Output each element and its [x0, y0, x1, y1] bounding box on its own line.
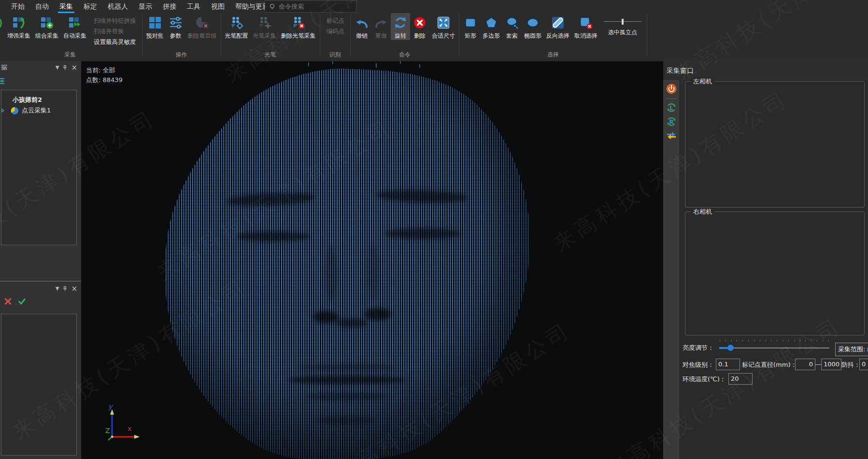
delete-button[interactable]: 删除 — [410, 13, 429, 40]
auto-capture-button[interactable]: 自动采集 — [61, 13, 89, 40]
tree-project-node[interactable]: 小孩摁前2 — [1, 95, 76, 105]
coded-point-link[interactable]: 编码点 — [327, 28, 345, 35]
tab-robot[interactable]: 机器人 — [102, 0, 133, 13]
pointcloud-pie-icon — [11, 107, 19, 115]
polygon-select-icon — [484, 15, 498, 30]
ribbon-separator — [221, 14, 221, 56]
marker-diameter-min-input[interactable]: 0 — [795, 359, 815, 370]
left-camera-button[interactable]: L — [666, 102, 677, 113]
max-sensitivity-link[interactable]: 设置最高灵敏度 — [94, 38, 136, 46]
capture-tool-strip: L R — [663, 80, 679, 459]
delete-pen-capture-button[interactable]: 删除光笔采集 — [279, 13, 318, 40]
tree-pointcloud-item[interactable]: 点云采集1 — [1, 105, 76, 116]
search-icon — [269, 3, 275, 10]
redo-button[interactable]: 重做 — [371, 13, 391, 40]
parameters-button[interactable]: 参数 — [166, 13, 185, 40]
stabilization-input[interactable]: 0 — [859, 359, 868, 370]
button-label: 矩形 — [465, 32, 476, 40]
application-window: 开始 自动 采集 标定 机器人 显示 拼接 工具 视图 帮助与更新 命令搜索 — [0, 0, 868, 459]
combo-capture-button[interactable]: 组合采集 — [33, 13, 61, 40]
tab-start[interactable]: 开始 — [6, 0, 30, 13]
button-label: 参数 — [170, 32, 182, 40]
confirm-toolbar — [4, 297, 26, 306]
brightness-label: 亮度调节： — [683, 344, 714, 352]
ribbon-toolbar: 增强采集 组合采集 自动采集 扫描并特征拼接 扫描并替换 设置最高灵敏度 — [0, 13, 868, 62]
tab-capture[interactable]: 采集 — [54, 0, 78, 13]
invert-selection-button[interactable]: 反向选择 — [544, 13, 572, 40]
pen-capture-button[interactable]: 光笔采集 — [251, 13, 279, 40]
right-camera-button[interactable]: R — [666, 116, 677, 127]
panel-pin-icon[interactable] — [62, 286, 68, 292]
focus-level-input[interactable]: 0.1 — [716, 359, 740, 370]
brightness-slider-handle[interactable] — [727, 345, 734, 351]
lasso-select-icon — [505, 15, 519, 30]
isolated-points-slider[interactable] — [604, 19, 641, 25]
lasso-select-button[interactable]: 套索 — [502, 13, 522, 40]
ellipse-select-button[interactable]: 椭圆形 — [522, 13, 544, 40]
axis-x-label: x — [128, 425, 131, 432]
ribbon-group-operation: 预对焦 参数 删除最后组 操作 — [144, 13, 219, 61]
panel-close-icon[interactable]: × — [71, 285, 77, 292]
enhanced-capture-button[interactable]: 增强采集 — [5, 13, 33, 40]
scan-feature-stitch-link[interactable]: 扫描并特征拼接 — [94, 17, 136, 25]
data-panel-title: 据 — [1, 63, 7, 72]
rotate-icon — [393, 15, 408, 30]
button-label: 光笔采集 — [253, 32, 276, 40]
viewport-3d[interactable]: 当前: 全部 点数: 88439 — [81, 61, 663, 459]
ribbon-group-capture: 增强采集 组合采集 自动采集 扫描并特征拼接 扫描并替换 设置最高灵敏度 — [0, 13, 141, 61]
panel-pin-icon[interactable] — [62, 65, 68, 70]
marker-diameter-label: 标记点直径(mm)： — [742, 361, 797, 369]
power-button[interactable] — [666, 83, 677, 94]
group-label-capture: 采集 — [0, 50, 141, 60]
tab-auto[interactable]: 自动 — [30, 0, 54, 13]
fit-view-button[interactable]: 合适尺寸 — [429, 13, 457, 40]
panel-dropdown-icon[interactable]: ▼ — [56, 64, 59, 71]
tab-tools[interactable]: 工具 — [182, 0, 206, 13]
scan-replace-link[interactable]: 扫描并替换 — [94, 28, 136, 35]
deselect-button[interactable]: 取消选择 — [572, 13, 600, 40]
accept-button[interactable] — [18, 297, 26, 306]
capture-range-button[interactable]: 采集范围: — [835, 343, 868, 356]
brightness-slider-track[interactable] — [719, 348, 829, 348]
delete-last-group-button[interactable]: 删除最后组 — [185, 13, 219, 40]
ribbon-group-selection: 矩形 多边形 套索 椭圆形 — [461, 13, 645, 61]
svg-text:L: L — [669, 105, 673, 111]
point-count-status: 点数: 88439 — [86, 75, 123, 85]
panel-dropdown-icon[interactable]: ▼ — [56, 285, 59, 292]
polygon-select-button[interactable]: 多边形 — [480, 13, 502, 40]
button-label: 删除光笔采集 — [281, 32, 316, 40]
menu-bar: 开始 自动 采集 标定 机器人 显示 拼接 工具 视图 帮助与更新 命令搜索 — [0, 0, 868, 13]
prefocus-icon — [148, 15, 162, 30]
tab-calibration[interactable]: 标定 — [78, 0, 102, 13]
tab-stitching[interactable]: 拼接 — [157, 0, 182, 13]
button-label: 删除最后组 — [188, 32, 217, 40]
ribbon-separator — [320, 14, 320, 56]
temperature-input[interactable]: 20 — [728, 373, 753, 385]
rotate-button[interactable]: 旋转 — [391, 13, 410, 40]
ribbon-separator — [647, 14, 647, 56]
second-panel-header: ▼ × — [0, 282, 81, 295]
button-label: 增强采集 — [7, 32, 30, 40]
deselect-icon — [579, 15, 593, 30]
slider-handle[interactable] — [622, 19, 624, 25]
panel-close-icon[interactable]: × — [71, 64, 77, 71]
marker-diameter-max-input[interactable]: 1000 — [821, 359, 841, 370]
pen-config-button[interactable]: 光笔配置 — [223, 13, 251, 40]
undo-button[interactable]: 撤销 — [352, 13, 371, 40]
tab-display[interactable]: 显示 — [133, 0, 157, 13]
group-label-operation: 操作 — [144, 50, 219, 60]
right-camera-view: 右相机 — [685, 211, 865, 335]
prefocus-button[interactable]: 预对焦 — [144, 13, 166, 40]
swap-cameras-button[interactable] — [666, 130, 677, 140]
tab-view[interactable]: 视图 — [206, 0, 230, 13]
pointcloud-face-render — [81, 61, 663, 459]
undo-icon — [355, 15, 369, 30]
marker-point-link[interactable]: 标记点 — [327, 17, 345, 25]
visibility-eye-icon[interactable] — [1, 108, 5, 113]
rectangle-select-button[interactable]: 矩形 — [461, 13, 480, 40]
auto-capture-icon — [68, 15, 82, 30]
ellipse-select-icon — [526, 15, 540, 30]
reject-button[interactable] — [4, 297, 12, 306]
data-panel-header: 据 ▼ × — [0, 61, 81, 74]
command-search-input[interactable]: 命令搜索 — [265, 0, 356, 13]
